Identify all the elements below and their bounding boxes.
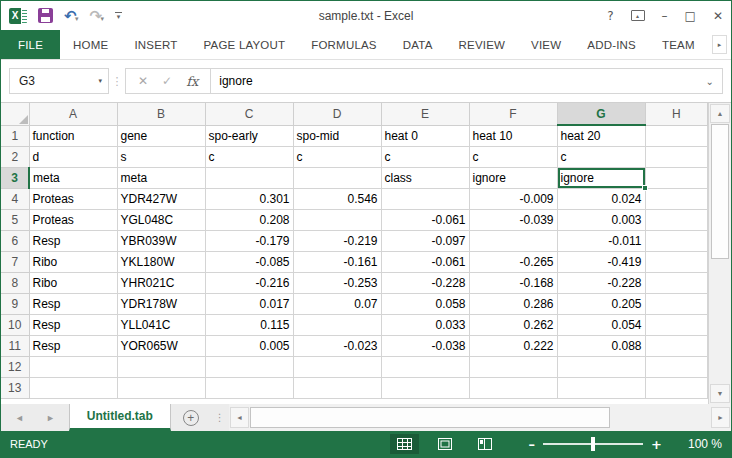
sheet-tab-untitled[interactable]: Untitled.tab bbox=[69, 404, 171, 431]
cell-D8[interactable]: -0.253 bbox=[293, 272, 381, 293]
cell-D10[interactable] bbox=[293, 314, 381, 335]
cell-G12[interactable] bbox=[557, 356, 645, 377]
cell-C10[interactable]: 0.115 bbox=[205, 314, 293, 335]
cell-B3[interactable]: meta bbox=[117, 167, 205, 188]
cell-G4[interactable]: 0.024 bbox=[557, 188, 645, 209]
maximize-icon[interactable]: □ bbox=[685, 10, 696, 22]
cell-G13[interactable] bbox=[557, 377, 645, 398]
column-header-A[interactable]: A bbox=[29, 103, 117, 125]
horizontal-scrollbar-thumb[interactable] bbox=[250, 407, 610, 428]
select-all-corner[interactable] bbox=[1, 103, 29, 125]
cell-F8[interactable]: -0.168 bbox=[469, 272, 557, 293]
cell-D13[interactable] bbox=[293, 377, 381, 398]
scroll-right-icon[interactable]: ► bbox=[711, 407, 730, 428]
cell-A9[interactable]: Resp bbox=[29, 293, 117, 314]
row-header-5[interactable]: 5 bbox=[1, 209, 29, 230]
cell-G11[interactable]: 0.088 bbox=[557, 335, 645, 356]
cell-D3[interactable] bbox=[293, 167, 381, 188]
cell-H8[interactable] bbox=[645, 272, 708, 293]
cell-H2[interactable] bbox=[645, 146, 708, 167]
cell-A11[interactable]: Resp bbox=[29, 335, 117, 356]
row-header-12[interactable]: 12 bbox=[1, 356, 29, 377]
help-icon[interactable]: ? bbox=[607, 10, 613, 22]
cell-D5[interactable] bbox=[293, 209, 381, 230]
cell-H3[interactable] bbox=[645, 167, 708, 188]
row-header-1[interactable]: 1 bbox=[1, 125, 29, 146]
cell-F13[interactable] bbox=[469, 377, 557, 398]
column-header-G[interactable]: G bbox=[557, 103, 645, 125]
row-header-6[interactable]: 6 bbox=[1, 230, 29, 251]
ribbon-tab-insert[interactable]: INSERT bbox=[121, 30, 190, 59]
cell-A2[interactable]: d bbox=[29, 146, 117, 167]
cell-B7[interactable]: YKL180W bbox=[117, 251, 205, 272]
cell-F1[interactable]: heat 10 bbox=[469, 125, 557, 146]
cell-G10[interactable]: 0.054 bbox=[557, 314, 645, 335]
cell-B8[interactable]: YHR021C bbox=[117, 272, 205, 293]
row-header-9[interactable]: 9 bbox=[1, 293, 29, 314]
vertical-scrollbar-thumb[interactable] bbox=[711, 124, 729, 259]
cell-A3[interactable]: meta bbox=[29, 167, 117, 188]
cell-E5[interactable]: -0.061 bbox=[381, 209, 469, 230]
cell-B6[interactable]: YBR039W bbox=[117, 230, 205, 251]
cell-E11[interactable]: -0.038 bbox=[381, 335, 469, 356]
column-header-D[interactable]: D bbox=[293, 103, 381, 125]
page-layout-view-button[interactable] bbox=[431, 434, 459, 454]
cell-G7[interactable]: -0.419 bbox=[557, 251, 645, 272]
cell-F6[interactable] bbox=[469, 230, 557, 251]
ribbon-tab-data[interactable]: DATA bbox=[390, 30, 446, 59]
cell-E7[interactable]: -0.061 bbox=[381, 251, 469, 272]
cell-H9[interactable] bbox=[645, 293, 708, 314]
scroll-left-icon[interactable]: ◄ bbox=[230, 407, 249, 428]
zoom-slider-thumb[interactable] bbox=[591, 437, 595, 451]
new-sheet-button[interactable]: + bbox=[171, 404, 211, 431]
row-header-10[interactable]: 10 bbox=[1, 314, 29, 335]
column-header-E[interactable]: E bbox=[381, 103, 469, 125]
cell-B12[interactable] bbox=[117, 356, 205, 377]
cell-C1[interactable]: spo-early bbox=[205, 125, 293, 146]
cell-F4[interactable]: -0.009 bbox=[469, 188, 557, 209]
ribbon-tab-team[interactable]: TEAM bbox=[649, 30, 708, 59]
cell-D7[interactable]: -0.161 bbox=[293, 251, 381, 272]
cell-H10[interactable] bbox=[645, 314, 708, 335]
cell-A13[interactable] bbox=[29, 377, 117, 398]
cell-A6[interactable]: Resp bbox=[29, 230, 117, 251]
cell-G2[interactable]: c bbox=[557, 146, 645, 167]
cell-C13[interactable] bbox=[205, 377, 293, 398]
next-sheet-icon[interactable]: ► bbox=[46, 413, 55, 423]
cell-E1[interactable]: heat 0 bbox=[381, 125, 469, 146]
cell-B11[interactable]: YOR065W bbox=[117, 335, 205, 356]
cell-C12[interactable] bbox=[205, 356, 293, 377]
zoom-slider[interactable] bbox=[543, 443, 643, 445]
cell-D4[interactable]: 0.546 bbox=[293, 188, 381, 209]
cell-A8[interactable]: Ribo bbox=[29, 272, 117, 293]
customize-quick-access-toolbar-button[interactable]: ▾ bbox=[115, 12, 122, 19]
cell-F3[interactable]: ignore bbox=[469, 167, 557, 188]
cell-D2[interactable]: c bbox=[293, 146, 381, 167]
cell-H4[interactable] bbox=[645, 188, 708, 209]
row-header-7[interactable]: 7 bbox=[1, 251, 29, 272]
enter-icon[interactable]: ✓ bbox=[162, 74, 172, 88]
name-box-dropdown-icon[interactable]: ▾ bbox=[98, 77, 108, 85]
vertical-scrollbar[interactable]: ▲ ▼ bbox=[708, 103, 731, 404]
cell-G3[interactable]: ignore bbox=[557, 167, 645, 188]
cell-C9[interactable]: 0.017 bbox=[205, 293, 293, 314]
cell-C2[interactable]: c bbox=[205, 146, 293, 167]
cell-E8[interactable]: -0.228 bbox=[381, 272, 469, 293]
cell-H11[interactable] bbox=[645, 335, 708, 356]
column-header-H[interactable]: H bbox=[645, 103, 708, 125]
formula-bar-input[interactable]: ignore ⌄ bbox=[210, 68, 723, 94]
row-header-11[interactable]: 11 bbox=[1, 335, 29, 356]
cell-E6[interactable]: -0.097 bbox=[381, 230, 469, 251]
cell-B13[interactable] bbox=[117, 377, 205, 398]
cell-G9[interactable]: 0.205 bbox=[557, 293, 645, 314]
row-header-3[interactable]: 3 bbox=[1, 167, 29, 188]
cell-F9[interactable]: 0.286 bbox=[469, 293, 557, 314]
name-box[interactable]: G3 ▾ bbox=[9, 68, 109, 94]
cell-D9[interactable]: 0.07 bbox=[293, 293, 381, 314]
zoom-level[interactable]: 100 % bbox=[678, 437, 722, 451]
zoom-in-icon[interactable]: + bbox=[643, 437, 670, 452]
cell-E2[interactable]: c bbox=[381, 146, 469, 167]
cell-C3[interactable] bbox=[205, 167, 293, 188]
cell-F5[interactable]: -0.039 bbox=[469, 209, 557, 230]
cell-H6[interactable] bbox=[645, 230, 708, 251]
